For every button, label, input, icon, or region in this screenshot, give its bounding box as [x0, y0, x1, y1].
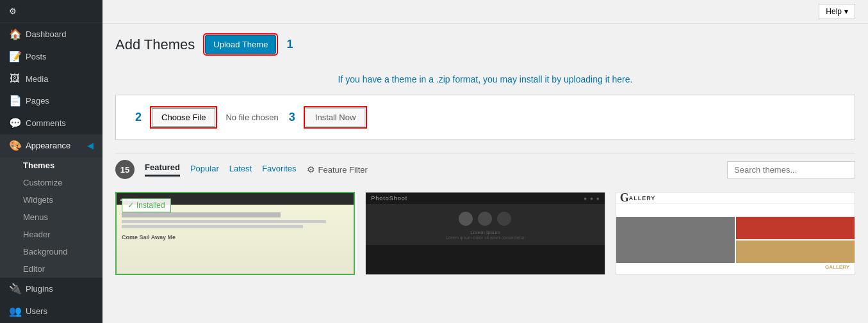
sidebar-item-users[interactable]: 👥 Users	[0, 300, 102, 322]
main-area: Help ▾ Add Themes Upload Theme 1 If you …	[102, 0, 868, 323]
sidebar-label-pages: Pages	[26, 96, 49, 106]
pages-icon: 📄	[9, 95, 20, 107]
theme2-lorem: Lorem Ipsum	[470, 230, 500, 235]
dashboard-icon: 🏠	[9, 28, 20, 40]
sidebar-sub-widgets[interactable]: Widgets	[0, 191, 102, 209]
gear-icon: ⚙	[307, 164, 315, 175]
sidebar: ⚙ 🏠 Dashboard 📝 Posts 🖼 Media 📄 Pages 💬 …	[0, 0, 102, 323]
themes-grid: ✓ Installed ▬ ▬ ▬ Come Sail Away Me	[115, 192, 855, 275]
theme1-line2	[122, 220, 326, 223]
page-title: Add Themes	[115, 36, 195, 53]
themes-count-badge: 15	[115, 160, 135, 179]
tab-featured[interactable]: Featured	[145, 162, 180, 177]
sidebar-sub-menus[interactable]: Menus	[0, 209, 102, 226]
users-icon: 👥	[9, 305, 20, 317]
sidebar-label-appearance: Appearance	[26, 141, 70, 150]
sidebar-sub-header[interactable]: Header	[0, 226, 102, 243]
gallery-cell-1	[616, 217, 735, 263]
sidebar-item-posts[interactable]: 📝 Posts	[0, 45, 102, 68]
plugins-icon: 🔌	[9, 283, 20, 295]
tab-popular[interactable]: Popular	[190, 164, 219, 176]
sidebar-label-media: Media	[26, 74, 48, 84]
sidebar-item-comments[interactable]: 💬 Comments	[0, 112, 102, 134]
wp-icon: ⚙	[9, 6, 17, 16]
theme1-name: Come Sail Away Me	[117, 230, 354, 244]
sidebar-sub-background[interactable]: Background	[0, 243, 102, 260]
installed-badge: ✓ Installed	[122, 198, 171, 212]
themes-search-input[interactable]	[727, 161, 855, 178]
gallery-g: G	[620, 192, 629, 205]
sidebar-label-users: Users	[26, 306, 47, 316]
sidebar-label-posts: Posts	[26, 52, 47, 61]
sidebar-sub-editor[interactable]: Editor	[0, 260, 102, 278]
upload-info-text: If you have a theme in a .zip format, yo…	[115, 61, 855, 95]
no-file-label: No file chosen	[225, 113, 278, 122]
gallery-cell-2	[736, 217, 855, 239]
theme2-sub: Lorem ipsum dolor sit amet consectetur	[446, 235, 525, 240]
circle3	[497, 212, 511, 226]
theme1-line3	[122, 225, 303, 228]
theme1-line1	[122, 212, 281, 217]
content-area: Add Themes Upload Theme 1 If you have a …	[102, 24, 868, 323]
help-button[interactable]: Help ▾	[819, 4, 855, 19]
media-icon: 🖼	[9, 73, 20, 84]
site-logo[interactable]: ⚙	[0, 0, 102, 23]
feature-filter-btn[interactable]: ⚙ Feature Filter	[307, 164, 368, 175]
tab-latest[interactable]: Latest	[229, 164, 252, 176]
topbar: Help ▾	[102, 0, 868, 24]
sidebar-sub-customize[interactable]: Customize	[0, 174, 102, 191]
installed-label: Installed	[136, 201, 165, 210]
install-now-button[interactable]: Install Now	[306, 108, 366, 127]
arrow-icon: ◀	[87, 141, 94, 150]
help-chevron-icon: ▾	[844, 7, 848, 16]
step3-badge: 3	[289, 111, 295, 124]
comments-icon: 💬	[9, 117, 20, 129]
themes-filter-bar: 15 Featured Popular Latest Favorites ⚙ F…	[115, 153, 855, 185]
theme-preview-1: ✓ Installed ▬ ▬ ▬ Come Sail Away Me	[117, 193, 354, 274]
gallery-cells-right	[736, 217, 855, 263]
step1-badge: 1	[286, 38, 293, 51]
appearance-submenu: Themes Customize Widgets Menus Header Ba…	[0, 157, 102, 278]
theme-card-3[interactable]: G ALLERY MY PORTFOLIOGALLERY	[616, 192, 855, 275]
checkmark-icon: ✓	[127, 201, 134, 210]
sidebar-item-media[interactable]: 🖼 Media	[0, 68, 102, 90]
sidebar-label-comments: Comments	[26, 118, 66, 128]
sidebar-label-dashboard: Dashboard	[26, 29, 67, 39]
sidebar-sub-themes[interactable]: Themes	[0, 157, 102, 174]
sidebar-item-appearance[interactable]: 🎨 Appearance ◀	[0, 134, 102, 157]
sidebar-item-dashboard[interactable]: 🏠 Dashboard	[0, 23, 102, 45]
sidebar-item-plugins[interactable]: 🔌 Plugins	[0, 278, 102, 300]
posts-icon: 📝	[9, 51, 20, 63]
gallery-word: ALLERY	[629, 195, 656, 201]
upload-box: 2 Choose File No file chosen 3 Install N…	[115, 95, 855, 140]
sidebar-label-plugins: Plugins	[26, 284, 53, 294]
theme-preview-3: G ALLERY MY PORTFOLIOGALLERY	[616, 193, 855, 274]
theme2-logo: PhotoShoot	[371, 195, 407, 201]
feature-filter-label: Feature Filter	[318, 165, 368, 175]
tab-favorites[interactable]: Favorites	[262, 164, 296, 176]
upload-theme-button[interactable]: Upload Theme	[205, 35, 276, 54]
appearance-icon: 🎨	[9, 139, 20, 152]
theme-card-2[interactable]: PhotoShoot ● ● ● Lorem Ipsu	[365, 192, 605, 275]
theme-preview-2: PhotoShoot ● ● ● Lorem Ipsu	[366, 193, 604, 274]
step2-badge: 2	[135, 111, 142, 124]
page-header: Add Themes Upload Theme 1	[115, 24, 855, 61]
theme2-nav: ● ● ●	[584, 196, 600, 201]
theme2-body: Lorem Ipsum Lorem ipsum dolor sit amet c…	[366, 204, 604, 245]
circle1	[459, 212, 473, 226]
theme-card-1[interactable]: ✓ Installed ▬ ▬ ▬ Come Sail Away Me	[115, 192, 355, 275]
help-label: Help	[826, 7, 842, 16]
sidebar-item-pages[interactable]: 📄 Pages	[0, 90, 102, 112]
theme3-header: G ALLERY	[616, 193, 855, 204]
gallery-portfolio-text: MY PORTFOLIOGALLERY	[810, 257, 849, 271]
choose-file-button[interactable]: Choose File	[152, 108, 215, 127]
circle2	[478, 212, 492, 226]
